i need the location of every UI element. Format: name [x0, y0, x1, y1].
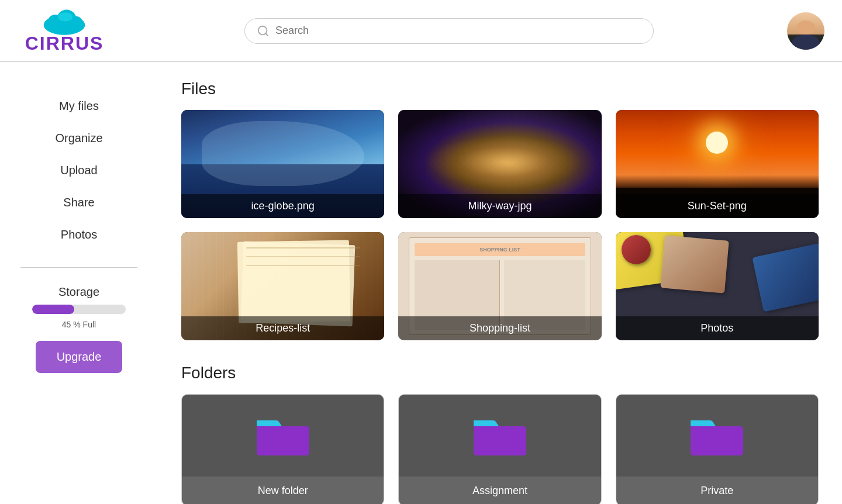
sidebar-nav: My files Organize Upload Share Photos: [6, 97, 152, 244]
avatar[interactable]: [787, 12, 824, 50]
folder-icon-new: [254, 412, 312, 459]
folder-card-assignment[interactable]: Assignment: [398, 394, 601, 504]
file-label-shopping: Shopping-list: [398, 316, 601, 340]
sidebar-item-my-files[interactable]: My files: [59, 97, 99, 115]
cloud-icon: [41, 7, 88, 36]
storage-section: Storage 45 % Full: [6, 285, 152, 329]
file-card-recipes[interactable]: Recipes-list: [181, 232, 384, 340]
svg-line-6: [265, 33, 268, 36]
file-label-sunset: Sun-Set-png: [616, 194, 819, 218]
storage-label: Storage: [58, 285, 99, 299]
folder-label-new: New folder: [182, 477, 384, 504]
sidebar-item-upload[interactable]: Upload: [60, 161, 97, 179]
sidebar-item-share[interactable]: Share: [63, 194, 94, 212]
file-card-shopping[interactable]: SHOPPING LIST Shopping-list: [398, 232, 601, 340]
search-input[interactable]: [275, 25, 641, 37]
header: CIRRUS: [0, 0, 842, 62]
sidebar: My files Organize Upload Share Photos St…: [0, 62, 158, 504]
folders-grid: New folder Assignment: [181, 394, 819, 504]
file-label-milky-way: Milky-way-jpg: [398, 194, 601, 218]
file-card-photos[interactable]: Photos: [616, 232, 819, 340]
folder-icon-area-private: [616, 395, 818, 477]
sidebar-item-organize[interactable]: Organize: [55, 129, 102, 147]
logo-text: CIRRUS: [25, 33, 104, 54]
storage-bar: [32, 305, 126, 314]
folder-card-private[interactable]: Private: [616, 394, 819, 504]
storage-bar-fill: [32, 305, 74, 314]
file-card-ice-globe[interactable]: ice-globe.png: [181, 110, 384, 218]
folder-card-new-folder[interactable]: New folder: [181, 394, 384, 504]
folder-label-private: Private: [616, 477, 818, 504]
search-bar[interactable]: [244, 18, 654, 44]
main-content: Files ice-globe.png Milky-way-jpg: [158, 62, 842, 504]
file-label-recipes: Recipes-list: [181, 316, 384, 340]
folder-label-assignment: Assignment: [399, 477, 601, 504]
svg-point-4: [58, 12, 73, 21]
folder-icon-area-assignment: [399, 395, 601, 477]
folder-icon-area-new: [182, 395, 384, 477]
folder-icon-assignment: [471, 412, 529, 459]
folders-title: Folders: [181, 364, 819, 382]
svg-rect-8: [474, 426, 526, 455]
svg-rect-7: [257, 426, 309, 455]
file-label-ice-globe: ice-globe.png: [181, 194, 384, 218]
files-grid: ice-globe.png Milky-way-jpg Sun-Set-png: [181, 110, 819, 340]
files-title: Files: [181, 80, 819, 98]
logo-area: CIRRUS: [18, 7, 111, 54]
folder-icon-private: [688, 412, 746, 459]
file-label-photos: Photos: [616, 316, 819, 340]
sidebar-divider: [20, 267, 137, 268]
main-layout: My files Organize Upload Share Photos St…: [0, 62, 842, 504]
file-card-milky-way[interactable]: Milky-way-jpg: [398, 110, 601, 218]
search-icon: [257, 25, 270, 37]
upgrade-button[interactable]: Upgrade: [36, 341, 123, 373]
sidebar-item-photos[interactable]: Photos: [61, 226, 97, 244]
file-card-sunset[interactable]: Sun-Set-png: [616, 110, 819, 218]
svg-rect-9: [691, 426, 743, 455]
storage-percent: 45 % Full: [62, 320, 96, 329]
